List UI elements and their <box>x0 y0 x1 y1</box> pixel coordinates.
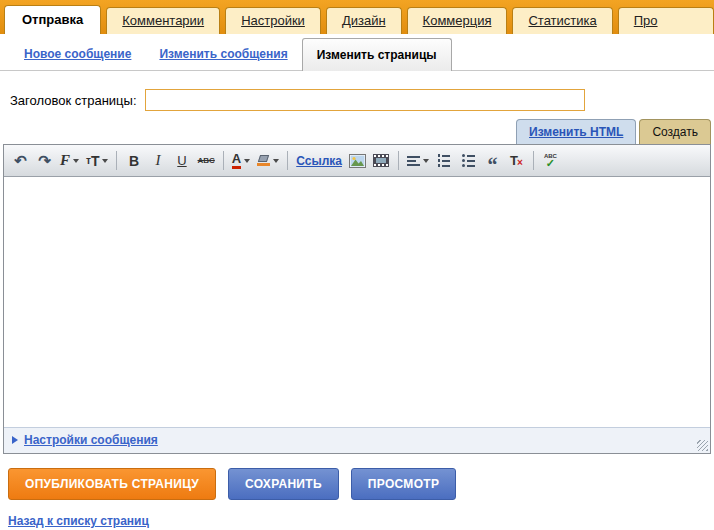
film-icon <box>373 154 389 167</box>
chevron-down-icon <box>244 159 250 163</box>
font-family-button[interactable]: F <box>57 149 82 173</box>
align-icon <box>407 156 420 166</box>
italic-icon[interactable]: I <box>146 149 169 173</box>
tab-comments[interactable]: Комментарии <box>106 7 220 34</box>
insert-video-icon[interactable] <box>370 149 393 173</box>
insert-image-icon[interactable] <box>346 149 369 173</box>
bullet-list-icon[interactable] <box>457 149 480 173</box>
editor-mode-tabs: Изменить HTML Создать <box>3 119 711 144</box>
tab-settings[interactable]: Настройки <box>225 7 321 34</box>
highlight-color-button[interactable] <box>254 149 282 173</box>
subnav-edit-pages[interactable]: Изменить страницы <box>302 38 452 71</box>
edit-html-label: Изменить HTML <box>529 125 623 139</box>
remove-formatting-icon[interactable]: T × <box>505 149 528 173</box>
image-icon <box>349 154 366 168</box>
expand-arrow-icon <box>12 436 18 444</box>
post-settings-toggle[interactable]: Настройки сообщения <box>24 433 158 447</box>
tab-posting[interactable]: Отправка <box>4 5 101 34</box>
editor-frame: ↶ ↷ F т Т B I U <box>3 144 711 454</box>
chevron-down-icon <box>73 159 79 163</box>
toolbar-separator <box>287 151 288 170</box>
font-size-button[interactable]: т Т <box>83 149 111 173</box>
subnav-edit-posts[interactable]: Изменить сообщения <box>145 38 301 70</box>
resize-handle[interactable] <box>697 440 708 451</box>
tab-view-blog-cut[interactable]: Про <box>618 7 714 34</box>
blogger-page-editor: Отправка Комментарии Настройки Дизайн Ко… <box>0 0 714 529</box>
compose-label: Создать <box>652 125 698 139</box>
tab-stats[interactable]: Статистика <box>512 7 612 34</box>
tab-label: Про <box>634 13 658 28</box>
toolbar-separator <box>116 151 117 170</box>
toolbar-separator <box>533 151 534 170</box>
undo-icon[interactable]: ↶ <box>9 149 32 173</box>
chevron-down-icon <box>102 159 108 163</box>
main-tabbar: Отправка Комментарии Настройки Дизайн Ко… <box>0 0 714 34</box>
underline-icon[interactable]: U <box>170 149 193 173</box>
action-buttons: ОПУБЛИКОВАТЬ СТРАНИЦУ СОХРАНИТЬ ПРОСМОТР <box>8 468 714 500</box>
publish-page-button[interactable]: ОПУБЛИКОВАТЬ СТРАНИЦУ <box>8 468 216 500</box>
insert-link-button[interactable]: Ссылка <box>293 149 345 173</box>
compose-tab[interactable]: Создать <box>639 119 711 144</box>
tab-design[interactable]: Дизайн <box>326 7 402 34</box>
tab-label: Отправка <box>22 12 83 27</box>
page-title-input[interactable] <box>145 89 585 111</box>
tab-monetize[interactable]: Коммерция <box>407 7 508 34</box>
tab-label: Дизайн <box>342 13 386 28</box>
redo-icon[interactable]: ↷ <box>33 149 56 173</box>
toolbar-separator <box>223 151 224 170</box>
toolbar-separator <box>398 151 399 170</box>
page-title-row: Заголовок страницы: <box>10 89 714 111</box>
editor-canvas[interactable] <box>4 177 710 427</box>
tab-label: Коммерция <box>423 13 492 28</box>
alignment-button[interactable] <box>404 149 432 173</box>
post-settings-row: Настройки сообщения <box>4 427 710 453</box>
chevron-down-icon <box>273 159 279 163</box>
chevron-down-icon <box>423 159 429 163</box>
back-to-pages-link[interactable]: Назад к списку страниц <box>8 514 149 528</box>
tab-label: Комментарии <box>122 13 204 28</box>
spellcheck-icon[interactable]: ABC ✓ <box>539 149 562 173</box>
numbered-list-icon[interactable] <box>433 149 456 173</box>
tab-label: Настройки <box>241 13 305 28</box>
tab-label: Статистика <box>528 13 596 28</box>
text-color-button[interactable]: A <box>229 149 253 173</box>
preview-button[interactable]: ПРОСМОТР <box>351 468 456 500</box>
editor-toolbar: ↶ ↷ F т Т B I U <box>4 145 710 177</box>
page-title-label: Заголовок страницы: <box>10 93 137 108</box>
subnav-new-post[interactable]: Новое сообщение <box>10 38 145 70</box>
bold-icon[interactable]: B <box>122 149 145 173</box>
edit-html-tab[interactable]: Изменить HTML <box>516 119 636 144</box>
strikethrough-icon[interactable]: ABC <box>194 149 217 173</box>
subnav: Новое сообщение Изменить сообщения Измен… <box>0 34 714 71</box>
save-button[interactable]: СОХРАНИТЬ <box>228 468 339 500</box>
blockquote-icon[interactable]: “ <box>481 149 504 173</box>
highlighter-icon <box>257 155 270 166</box>
